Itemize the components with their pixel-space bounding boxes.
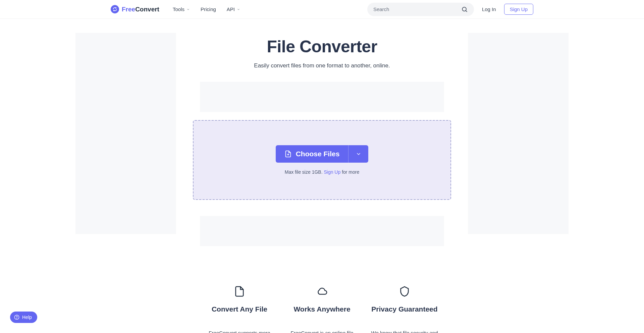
ad-left [75, 33, 176, 234]
dropzone[interactable]: Choose Files Max file size 1GB. Sign Up … [193, 120, 451, 200]
feature-anywhere: Works Anywhere FreeConvert is an online … [285, 286, 359, 333]
choose-files-dropdown[interactable] [348, 145, 368, 163]
ad-right [468, 33, 569, 234]
ad-mid-banner [200, 216, 444, 246]
ad-top-banner [200, 82, 444, 112]
header-right: Log In Sign Up [367, 3, 533, 16]
feature-title: Works Anywhere [293, 305, 350, 313]
feature-body: FreeConvert supports more [209, 329, 270, 333]
chevron-down-icon [186, 8, 190, 11]
shield-icon [399, 286, 410, 297]
size-note-prefix: Max file size 1GB. [285, 169, 324, 175]
cloud-icon [316, 286, 328, 297]
header: FreeConvert Tools Pricing API Log In Sig… [0, 0, 644, 19]
feature-title: Privacy Guaranteed [371, 305, 437, 313]
main: File Converter Easily convert files from… [0, 19, 644, 333]
feature-body: FreeConvert is an online file [291, 329, 354, 333]
nav-api[interactable]: API [227, 6, 240, 12]
feature-privacy: Privacy Guaranteed We know that file sec… [368, 286, 441, 333]
logo-icon [111, 5, 119, 13]
features-row: Convert Any File FreeConvert supports mo… [193, 255, 451, 333]
size-note-signup-link[interactable]: Sign Up [324, 169, 340, 175]
logo-text: FreeConvert [122, 6, 159, 13]
nav-api-label: API [227, 6, 235, 12]
header-inner: FreeConvert Tools Pricing API Log In Sig… [111, 3, 533, 16]
svg-point-0 [462, 7, 466, 11]
nav: Tools Pricing API [173, 6, 240, 12]
nav-pricing[interactable]: Pricing [201, 6, 216, 12]
search-box[interactable] [367, 3, 474, 16]
signup-button[interactable]: Sign Up [504, 4, 533, 15]
choose-files-wrap: Choose Files [276, 145, 369, 163]
nav-tools-label: Tools [173, 6, 184, 12]
file-icon [234, 286, 245, 297]
chevron-down-icon [356, 151, 362, 157]
search-input[interactable] [373, 6, 461, 12]
page-subtitle: Easily convert files from one format to … [254, 62, 390, 69]
chevron-down-icon [237, 8, 240, 11]
center-column: File Converter Easily convert files from… [193, 33, 451, 333]
choose-files-label: Choose Files [296, 150, 340, 158]
nav-pricing-label: Pricing [201, 6, 216, 12]
size-note: Max file size 1GB. Sign Up for more [285, 169, 360, 175]
svg-point-2 [16, 318, 17, 319]
search-icon [461, 6, 468, 13]
page-title: File Converter [267, 37, 377, 56]
size-note-suffix: for more [340, 169, 359, 175]
help-icon [14, 315, 19, 320]
login-link[interactable]: Log In [482, 6, 496, 12]
nav-tools[interactable]: Tools [173, 6, 190, 12]
file-add-icon [284, 150, 292, 158]
feature-convert: Convert Any File FreeConvert supports mo… [203, 286, 276, 333]
feature-title: Convert Any File [212, 305, 267, 313]
help-button[interactable]: Help [10, 312, 37, 323]
logo[interactable]: FreeConvert [111, 5, 159, 13]
feature-body: We know that file security and [371, 329, 438, 333]
choose-files-button[interactable]: Choose Files [276, 145, 348, 163]
help-label: Help [22, 315, 32, 320]
